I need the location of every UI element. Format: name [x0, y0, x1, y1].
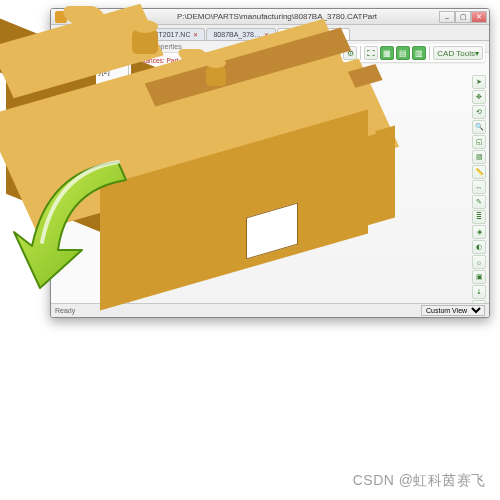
pan-icon[interactable]: ✥ [472, 90, 486, 104]
right-toolbar: ➤ ✥ ⟲ 🔍 ◱ ▨ 📏 ↔ ✎ ≣ ◈ ◐ ☼ ▣ ⤓ ⓘ [472, 75, 488, 314]
window-zoom-icon[interactable]: ◱ [472, 135, 486, 149]
grid3-icon[interactable]: ▥ [412, 46, 426, 60]
watermark: CSDN @虹科茵赛飞 [353, 472, 486, 490]
light-icon[interactable]: ☼ [472, 255, 486, 269]
section-icon[interactable]: ▨ [472, 150, 486, 164]
maximize-button[interactable]: ▢ [455, 11, 471, 23]
rotate-icon[interactable]: ⟲ [472, 105, 486, 119]
export-icon[interactable]: ⤓ [472, 285, 486, 299]
minimize-button[interactable]: – [439, 11, 455, 23]
note-icon[interactable]: ✎ [472, 195, 486, 209]
render-icon[interactable]: ▣ [472, 270, 486, 284]
color-icon[interactable]: ◈ [472, 225, 486, 239]
close-button[interactable]: ✕ [471, 11, 487, 23]
zoom-icon[interactable]: 🔍 [472, 120, 486, 134]
cad-tools-menu[interactable]: CAD Tools ▾ [433, 46, 483, 60]
toolbar-divider [429, 46, 430, 60]
view-selector[interactable]: Custom View [421, 305, 485, 316]
layer-icon[interactable]: ≣ [472, 210, 486, 224]
cursor-icon[interactable]: ➤ [472, 75, 486, 89]
measure-icon[interactable]: 📏 [472, 165, 486, 179]
model-preview-large [0, 0, 380, 280]
status-text: Ready [55, 307, 75, 314]
material-icon[interactable]: ◐ [472, 240, 486, 254]
dimension-icon[interactable]: ↔ [472, 180, 486, 194]
